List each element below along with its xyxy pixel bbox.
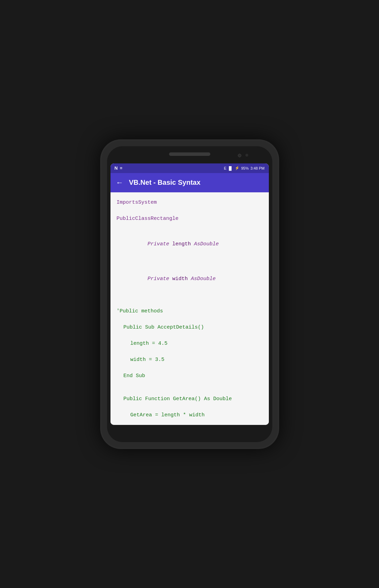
blank-4 xyxy=(117,293,263,300)
phone-inner: N ≡ E ▐▌ ⚡ 95% 3:48 PM ← VB.Net - Basic … xyxy=(107,146,272,442)
blank-6 xyxy=(117,316,263,323)
notification-icon-menu: ≡ xyxy=(120,165,123,171)
back-button[interactable]: ← xyxy=(116,178,124,187)
phone-speaker-bar xyxy=(169,152,210,156)
keyword-as-1: AsDouble xyxy=(194,241,219,247)
code-text-4a: width xyxy=(169,276,191,282)
status-bar-left: N ≡ xyxy=(115,165,123,171)
code-line-getarea-func: Public Function GetArea() As Double xyxy=(124,394,263,404)
code-line-2: PublicClassRectangle xyxy=(117,214,263,223)
time-display: 3:48 PM xyxy=(251,166,265,170)
phone-device: N ≡ E ▐▌ ⚡ 95% 3:48 PM ← VB.Net - Basic … xyxy=(100,139,279,449)
code-line-4: Private width AsDouble xyxy=(117,265,263,293)
code-line-endsub: End Sub xyxy=(124,371,263,381)
code-line-getarea-calc: GetArea = length * width xyxy=(130,410,263,420)
code-line-length: length = 4.5 xyxy=(130,339,263,348)
app-bar: ← VB.Net - Basic Syntax xyxy=(110,173,269,192)
page-title: VB.Net - Basic Syntax xyxy=(129,179,201,186)
phone-camera xyxy=(238,154,241,157)
blank-7 xyxy=(117,332,263,339)
blank-12 xyxy=(117,404,263,410)
blank-3 xyxy=(117,258,263,265)
notification-icon-n: N xyxy=(115,165,118,171)
code-line-width: width = 3.5 xyxy=(130,355,263,364)
battery-percent: 95% xyxy=(241,166,249,170)
blank-8 xyxy=(117,348,263,355)
blank-9 xyxy=(117,364,263,371)
blank-2 xyxy=(117,223,263,230)
screen: N ≡ E ▐▌ ⚡ 95% 3:48 PM ← VB.Net - Basic … xyxy=(110,163,269,425)
network-signal: E ▐▌ xyxy=(224,166,233,170)
blank-5 xyxy=(117,300,263,307)
status-bar-right: E ▐▌ ⚡ 95% 3:48 PM xyxy=(224,166,265,170)
keyword-private-2: Private xyxy=(148,276,169,282)
battery-icon: ⚡ xyxy=(235,166,240,170)
blank-10 xyxy=(117,381,263,387)
blank-13 xyxy=(117,420,263,425)
code-line-3: Private length AsDouble xyxy=(117,230,263,258)
keyword-private-1: Private xyxy=(148,241,169,247)
phone-speaker-dot xyxy=(245,154,248,157)
code-line-sub-accept: Public Sub AcceptDetails() xyxy=(124,323,263,332)
blank-1 xyxy=(117,207,263,214)
blank-11 xyxy=(117,387,263,394)
status-bar: N ≡ E ▐▌ ⚡ 95% 3:48 PM xyxy=(110,163,269,173)
code-text-3a: length xyxy=(169,241,194,247)
code-comment: 'Public methods xyxy=(117,307,263,316)
code-content[interactable]: ImportsSystem PublicClassRectangle Priva… xyxy=(110,192,269,425)
keyword-as-2: AsDouble xyxy=(191,276,216,282)
code-line-1: ImportsSystem xyxy=(117,198,263,207)
